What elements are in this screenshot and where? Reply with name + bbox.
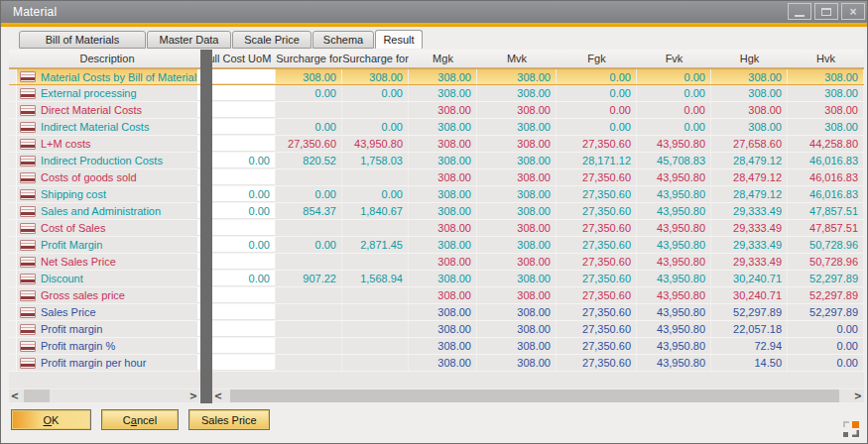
cell-mgk[interactable]: 308.00 (409, 69, 477, 84)
cell-mvk[interactable]: 308.00 (477, 136, 557, 152)
cell-hvk[interactable]: 0.00 (788, 321, 864, 337)
cell-fgk[interactable]: 0.00 (557, 69, 637, 84)
cell-mgk[interactable]: 308.00 (409, 237, 477, 253)
tab-result[interactable]: Result (375, 30, 423, 49)
cell-s1[interactable]: 27,350.60 (276, 136, 342, 152)
horizontal-scrollbar-left[interactable]: < > (9, 389, 199, 402)
cell-fvk[interactable]: 43,950.80 (637, 254, 711, 270)
cell-s1[interactable] (276, 220, 342, 236)
description-cell[interactable]: Sales Price (17, 304, 197, 320)
horizontal-scrollbar-right[interactable]: < > (212, 389, 864, 402)
cell-mvk[interactable]: 308.00 (477, 271, 557, 286)
cell-hvk[interactable]: 46,016.83 (788, 169, 864, 185)
cell-hgk[interactable]: 29,333.49 (711, 203, 788, 219)
table-row[interactable]: Sales Price308.00308.0027,350.6043,950.8… (9, 304, 864, 321)
row-selector-cell[interactable] (9, 271, 17, 286)
row-selector-cell[interactable] (9, 321, 17, 337)
cancel-button[interactable]: Cancel (101, 409, 179, 430)
description-cell[interactable]: External processing (17, 85, 197, 101)
cell-mgk[interactable]: 308.00 (409, 203, 477, 219)
scroll-left-icon[interactable]: < (9, 389, 21, 402)
cell-s2[interactable] (342, 169, 409, 185)
row-selector-cell[interactable] (9, 119, 17, 135)
cell-s1[interactable] (276, 304, 342, 320)
cell-s1[interactable]: 308.00 (276, 69, 342, 84)
cell-s1[interactable]: 0.00 (276, 186, 342, 202)
description-cell[interactable]: L+M costs (17, 136, 197, 152)
cell-mgk[interactable]: 308.00 (409, 304, 477, 320)
resize-grip-icon[interactable] (843, 421, 859, 437)
table-row[interactable]: Direct Material Costs308.00308.000.000.0… (9, 102, 864, 119)
cell-mvk[interactable]: 308.00 (477, 119, 557, 135)
cell-mgk[interactable]: 308.00 (409, 85, 477, 101)
cell-s1[interactable]: 0.00 (276, 119, 342, 135)
cell-mvk[interactable]: 308.00 (477, 254, 557, 270)
cell-mgk[interactable]: 308.00 (409, 153, 477, 168)
description-cell[interactable]: Gross sales price (17, 287, 197, 303)
cell-s1[interactable] (276, 338, 342, 354)
cell-hvk[interactable]: 47,857.51 (788, 203, 864, 219)
description-cell[interactable]: Profit margin % (17, 338, 197, 354)
cell-mgk[interactable]: 308.00 (409, 254, 477, 270)
cell-mgk[interactable]: 308.00 (409, 102, 477, 118)
column-splitter[interactable] (200, 50, 212, 403)
cell-mgk[interactable]: 308.00 (409, 220, 477, 236)
cell-fvk[interactable]: 43,950.80 (637, 220, 711, 236)
minimize-button[interactable] (788, 3, 811, 20)
link-arrow-icon[interactable] (20, 88, 36, 99)
cell-hgk[interactable]: 27,658.60 (711, 136, 788, 152)
cell-fvk[interactable]: 43,950.80 (637, 237, 711, 253)
cell-fgk[interactable]: 27,350.60 (557, 338, 637, 354)
cell-mgk[interactable]: 308.00 (409, 338, 477, 354)
cell-s2[interactable]: 1,840.67 (342, 203, 409, 219)
cell-hgk[interactable]: 30,240.71 (711, 271, 788, 286)
row-selector-cell[interactable] (9, 220, 17, 236)
cell-fgk[interactable]: 28,171.12 (557, 153, 637, 168)
cell-fvk[interactable]: 43,950.80 (637, 355, 711, 371)
row-selector-cell[interactable] (9, 287, 17, 303)
description-cell[interactable]: Indirect Material Costs (17, 119, 197, 135)
cell-s2[interactable] (342, 102, 409, 118)
cell-fgk[interactable]: 27,350.60 (557, 203, 637, 219)
cell-s2[interactable]: 1,568.94 (342, 271, 409, 286)
cell-hvk[interactable]: 46,016.83 (788, 186, 864, 202)
cell-hvk[interactable]: 0.00 (788, 338, 864, 354)
table-row[interactable]: Sales and Administration0.00854.371,840.… (9, 203, 864, 220)
cell-s2[interactable]: 308.00 (342, 69, 409, 84)
link-arrow-icon[interactable] (20, 324, 36, 335)
cell-hgk[interactable]: 308.00 (711, 102, 788, 118)
link-arrow-icon[interactable] (20, 223, 36, 234)
cell-fvk[interactable]: 45,708.83 (637, 153, 711, 168)
cell-hgk[interactable]: 14.50 (711, 355, 788, 371)
cell-s1[interactable]: 0.00 (276, 85, 342, 101)
sales-price-button[interactable]: Sales Price (188, 409, 270, 430)
cell-fvk[interactable]: 43,950.80 (637, 186, 711, 202)
cell-s1[interactable]: 907.22 (276, 271, 342, 286)
cell-fvk[interactable]: 43,950.80 (637, 304, 711, 320)
cell-hvk[interactable]: 308.00 (788, 85, 864, 101)
cell-mgk[interactable]: 308.00 (409, 287, 477, 303)
description-cell[interactable]: Shipping cost (17, 186, 197, 202)
cell-hgk[interactable]: 28,479.12 (711, 169, 788, 185)
cell-mvk[interactable]: 308.00 (477, 69, 557, 84)
row-selector-cell[interactable] (9, 153, 17, 168)
link-arrow-icon[interactable] (20, 105, 36, 116)
cell-mvk[interactable]: 308.00 (477, 338, 557, 354)
link-arrow-icon[interactable] (20, 274, 36, 284)
scrollbar-thumb[interactable] (24, 389, 50, 402)
close-button[interactable]: × (841, 3, 865, 20)
tab-bill-of-materials[interactable]: Bill of Materials (19, 31, 146, 49)
table-row[interactable]: External processing0.000.00308.00308.000… (9, 85, 864, 102)
cell-hgk[interactable]: 308.00 (711, 69, 788, 84)
cell-hvk[interactable]: 44,258.80 (788, 136, 864, 152)
table-row[interactable]: Profit margin %308.00308.0027,350.6043,9… (9, 338, 864, 355)
cell-fvk[interactable]: 0.00 (637, 102, 711, 118)
cell-s2[interactable] (342, 254, 409, 270)
description-cell[interactable]: Net Sales Price (17, 254, 197, 270)
table-row[interactable]: Indirect Material Costs0.000.00308.00308… (9, 119, 864, 136)
cell-s1[interactable]: 0.00 (276, 237, 342, 253)
link-arrow-icon[interactable] (20, 240, 36, 251)
table-row[interactable]: Shipping cost0.000.000.00308.00308.0027,… (9, 186, 864, 203)
cell-mgk[interactable]: 308.00 (409, 321, 477, 337)
cell-fgk[interactable]: 27,350.60 (557, 355, 637, 371)
